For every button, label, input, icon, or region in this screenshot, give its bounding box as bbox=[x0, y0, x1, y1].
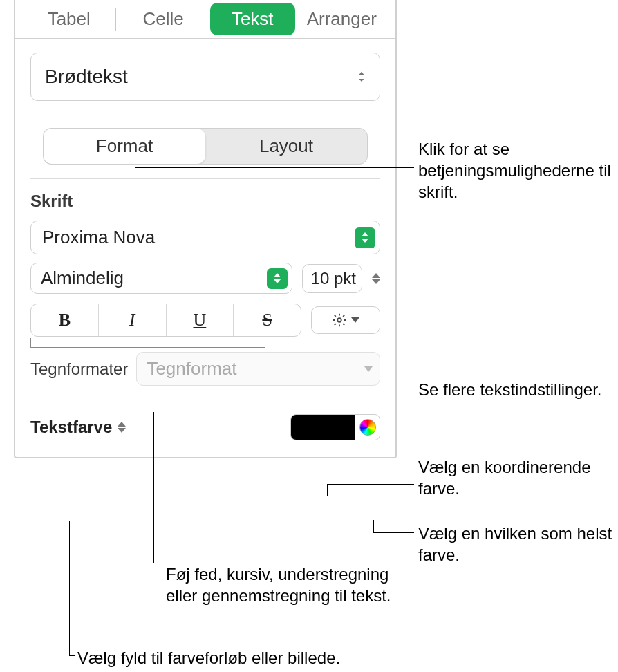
advanced-options-button[interactable] bbox=[311, 306, 380, 334]
color-swatch-button[interactable] bbox=[291, 415, 355, 440]
text-color-label: Tekstfarve bbox=[30, 418, 112, 437]
subtab-layout[interactable]: Layout bbox=[205, 129, 367, 164]
text-color-dropdown[interactable]: Tekstfarve bbox=[30, 418, 126, 437]
callout-biu: Føj fed, kursiv, understregning eller ge… bbox=[166, 563, 401, 606]
callout-line bbox=[69, 655, 75, 656]
divider bbox=[30, 115, 380, 115]
style-buttons-row: B I U S bbox=[30, 304, 380, 337]
callout-line bbox=[135, 167, 414, 168]
callout-format-tab: Klik for at se betjeningsmulighederne ti… bbox=[418, 138, 612, 203]
tab-tekst[interactable]: Tekst bbox=[210, 3, 295, 35]
font-family-value: Proxima Nova bbox=[42, 227, 155, 248]
callout-line bbox=[153, 412, 154, 563]
callout-line bbox=[153, 563, 162, 563]
color-wheel-button[interactable] bbox=[355, 415, 380, 440]
character-formats-label: Tegnformater bbox=[30, 360, 128, 379]
font-weight-select[interactable]: Almindelig bbox=[30, 263, 292, 294]
gear-icon bbox=[332, 312, 347, 328]
color-wheel-icon bbox=[359, 419, 376, 436]
character-formats-row: Tegnformater Tegnformat bbox=[30, 352, 380, 386]
callout-any-color: Vælg en hvilken som helst farve. bbox=[418, 523, 615, 566]
bold-button[interactable]: B bbox=[31, 304, 99, 336]
text-subtabs: Format Layout bbox=[43, 128, 368, 165]
text-style-group: B I U S bbox=[30, 304, 301, 337]
callout-line bbox=[373, 532, 414, 533]
font-section-label: Skrift bbox=[15, 179, 395, 214]
chevron-down-icon bbox=[364, 366, 373, 372]
dropdown-stepper-icon bbox=[267, 268, 288, 289]
tab-tabel[interactable]: Tabel bbox=[22, 3, 115, 35]
callout-line bbox=[384, 389, 414, 389]
callout-fill: Vælg fyld til farveforløb eller billede. bbox=[77, 647, 402, 669]
subtab-format[interactable]: Format bbox=[44, 129, 205, 164]
paragraph-style-section: Brødtekst ▲▼ bbox=[15, 39, 395, 101]
font-size-field[interactable]: 10 pkt bbox=[302, 264, 362, 293]
svg-point-0 bbox=[337, 318, 341, 322]
callout-line bbox=[373, 520, 374, 532]
font-size-value: 10 pkt bbox=[311, 269, 356, 288]
strikethrough-button[interactable]: S bbox=[234, 304, 301, 336]
chevron-updown-icon bbox=[118, 422, 126, 433]
font-family-select[interactable]: Proxima Nova bbox=[30, 221, 380, 254]
callout-line bbox=[327, 484, 328, 496]
inspector-panel: Tabel Celle Tekst Arranger Brødtekst ▲▼ … bbox=[14, 0, 397, 458]
font-weight-value: Almindelig bbox=[41, 268, 124, 289]
font-weight-size-row: Almindelig 10 pkt bbox=[30, 263, 380, 294]
style-bracket bbox=[30, 338, 265, 348]
paragraph-style-dropdown[interactable]: Brødtekst ▲▼ bbox=[30, 53, 380, 101]
character-formats-select[interactable]: Tegnformat bbox=[136, 352, 380, 386]
divider bbox=[30, 400, 380, 400]
inspector-tabs: Tabel Celle Tekst Arranger bbox=[15, 0, 395, 39]
italic-button[interactable]: I bbox=[99, 304, 167, 336]
paragraph-style-value: Brødtekst bbox=[45, 66, 128, 88]
callout-gear: Se flere tekstindstillinger. bbox=[418, 379, 612, 400]
callout-coord-color: Vælg en koordinerende farve. bbox=[418, 456, 615, 499]
character-formats-placeholder: Tegnformat bbox=[147, 358, 236, 380]
callout-line bbox=[327, 484, 414, 485]
tab-arranger[interactable]: Arranger bbox=[295, 3, 388, 35]
color-controls bbox=[290, 414, 380, 440]
font-size-stepper[interactable] bbox=[372, 273, 380, 284]
chevron-updown-icon: ▲▼ bbox=[357, 70, 366, 84]
chevron-down-icon bbox=[351, 317, 359, 323]
underline-button[interactable]: U bbox=[167, 304, 234, 336]
callout-line bbox=[69, 521, 70, 655]
tab-celle[interactable]: Celle bbox=[116, 3, 209, 35]
callout-line bbox=[135, 145, 135, 167]
text-color-row: Tekstfarve bbox=[30, 414, 380, 440]
dropdown-stepper-icon bbox=[355, 227, 375, 248]
